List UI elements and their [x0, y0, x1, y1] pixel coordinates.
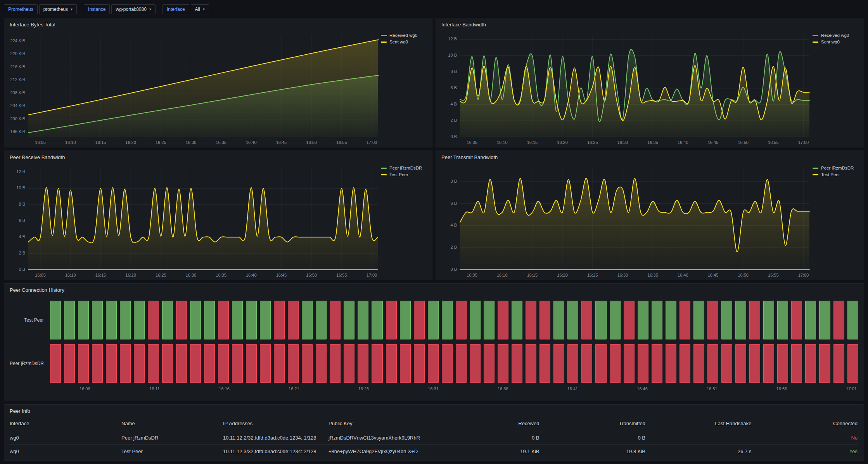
- cell-transmitted: 19.8 KiB: [540, 448, 647, 454]
- timeline-bar-connected: [204, 301, 215, 339]
- legend-item-test-peer[interactable]: Test Peer: [381, 172, 428, 177]
- x-tick-label: 16:50: [306, 273, 317, 277]
- column-header-public-key[interactable]: Public Key: [329, 421, 434, 426]
- legend-item-received-wg0[interactable]: Received wg0: [813, 33, 860, 38]
- timeseries-chart[interactable]: 0 B2 B4 B6 B8 B16:0516:1016:1516:2016:25…: [436, 163, 813, 280]
- x-tick-label: 16:50: [306, 140, 317, 145]
- timeline-bar-disconnected: [526, 344, 536, 383]
- timeline-bar-connected: [638, 301, 648, 339]
- timeline-bar-connected: [470, 301, 481, 339]
- timeline-bar-disconnected: [539, 344, 550, 383]
- timeline-bar-disconnected: [763, 344, 774, 383]
- timeseries-plot-area[interactable]: 0 B2 B4 B6 B8 B16:0516:1016:1516:2016:25…: [436, 163, 813, 280]
- column-header-received[interactable]: Received: [434, 421, 540, 426]
- legend-series-swatch: [381, 35, 387, 36]
- legend-series-label: Received wg0: [389, 33, 417, 38]
- column-header-last-handshake[interactable]: Last Handshake: [646, 421, 752, 426]
- y-tick-label: 224 KiB: [10, 38, 25, 43]
- y-tick-label: 2 B: [450, 118, 457, 123]
- y-tick-label: 0 B: [450, 134, 457, 139]
- legend-series-swatch: [381, 42, 387, 43]
- column-header-interface[interactable]: Interface: [10, 421, 121, 426]
- timeline-bar-disconnected: [791, 344, 802, 383]
- x-tick-label: 16:25: [156, 140, 166, 145]
- timeline-bar-disconnected: [721, 344, 732, 383]
- panel-title[interactable]: Peer Connection History: [4, 284, 864, 295]
- timeline-bar-disconnected: [707, 301, 718, 339]
- timeline-bar-disconnected: [666, 344, 676, 383]
- x-tick-label: 16:45: [276, 140, 287, 145]
- legend-item-peer-jrzmdsdr[interactable]: Peer jRzmDsDR: [381, 166, 428, 170]
- timeline-bar-connected: [260, 301, 271, 339]
- timeseries-chart[interactable]: 196 KiB200 KiB204 KiB208 KiB212 KiB216 K…: [4, 30, 381, 147]
- timeline-bar-disconnected: [274, 344, 285, 383]
- timeline-bar-connected: [190, 301, 201, 339]
- timeline-bar-disconnected: [274, 301, 285, 339]
- timeline-bar-disconnected: [707, 344, 718, 383]
- x-tick-label: 16:30: [186, 273, 197, 277]
- chart-legend: Peer jRzmDsDRTest Peer: [813, 163, 864, 280]
- panel-title[interactable]: Peer Receive Bandwidth: [4, 151, 432, 163]
- x-tick-label: 16:05: [35, 140, 46, 145]
- legend-item-sent-wg0[interactable]: Sent wg0: [813, 40, 860, 44]
- column-header-ip-addresses[interactable]: IP Addresses: [223, 421, 329, 426]
- x-tick-label: 16:25: [587, 273, 598, 277]
- x-tick-label: 16:56: [776, 386, 787, 391]
- var-group-datasource: Prometheus prometheus ▾: [4, 4, 77, 14]
- timeline-bar-disconnected: [791, 301, 802, 339]
- legend-item-sent-wg0[interactable]: Sent wg0: [381, 40, 428, 44]
- timeseries-plot-area[interactable]: 0 B2 B4 B6 B8 B10 B12 B16:0516:1016:1516…: [4, 163, 381, 280]
- cell-interface: wg0: [10, 448, 121, 454]
- x-tick-label: 16:45: [708, 140, 719, 145]
- var-group-instance: Instance wg-portal:8080 ▾: [84, 4, 156, 14]
- panel-title[interactable]: Peer Transmit Bandwidth: [436, 151, 864, 163]
- dashboard-topbar: Prometheus prometheus ▾ Instance wg-port…: [4, 4, 864, 15]
- table-row: wg0Test Peer10.11.12.3/32,fdfd:d3ad:c0de…: [10, 444, 858, 458]
- cell-received: 19.1 KiB: [434, 448, 540, 454]
- legend-item-peer-jrzmdsdr[interactable]: Peer jRzmDsDR: [813, 166, 860, 170]
- timeline-bar-connected: [763, 301, 774, 339]
- timeline-bar-connected: [246, 301, 257, 339]
- cell-interface: wg0: [10, 435, 121, 441]
- timeline-bar-disconnected: [92, 344, 103, 383]
- legend-series-label: Test Peer: [821, 172, 840, 177]
- cell-ip-addresses: 10.11.12.3/32,fdfd:d3ad:c0de:1234::2/128: [223, 448, 329, 454]
- legend-series-label: Test Peer: [389, 172, 408, 177]
- column-header-name[interactable]: Name: [121, 421, 223, 426]
- timeline-bar-disconnected: [190, 344, 201, 383]
- timeline-bar-connected: [400, 301, 411, 339]
- var-dropdown-datasource[interactable]: prometheus ▾: [39, 4, 77, 14]
- timeseries-chart[interactable]: 0 B2 B4 B6 B8 B10 B12 B16:0516:1016:1516…: [4, 163, 381, 280]
- timeline-bar-connected: [372, 301, 382, 339]
- legend-item-received-wg0[interactable]: Received wg0: [381, 33, 428, 38]
- cell-name: Peer jRzmDsDR: [121, 435, 223, 441]
- x-tick-label: 16:55: [336, 140, 347, 145]
- timeline-bar-connected: [805, 301, 816, 339]
- column-header-connected[interactable]: Connected: [752, 421, 859, 426]
- timeline-bar-disconnected: [260, 344, 271, 383]
- legend-series-label: Peer jRzmDsDR: [389, 166, 422, 170]
- legend-series-swatch: [813, 174, 818, 175]
- timeline-bar-connected: [78, 301, 89, 339]
- legend-item-test-peer[interactable]: Test Peer: [813, 172, 860, 177]
- panel-title[interactable]: Peer Info: [4, 405, 864, 416]
- var-dropdown-interface[interactable]: All ▾: [191, 4, 209, 14]
- timeline-bar-connected: [232, 301, 243, 339]
- timeseries-chart[interactable]: 0 B2 B4 B6 B8 B10 B12 B16:0516:1016:1516…: [436, 30, 813, 147]
- column-header-transmitted[interactable]: Transmitted: [540, 421, 647, 426]
- timeseries-plot-area[interactable]: 196 KiB200 KiB204 KiB208 KiB212 KiB216 K…: [4, 30, 381, 147]
- y-tick-label: 200 KiB: [10, 116, 25, 121]
- timeline-bar-disconnected: [567, 344, 578, 383]
- x-tick-label: 17:00: [798, 273, 809, 277]
- timeline-bar-disconnected: [64, 344, 75, 383]
- timeline-bar-disconnected: [581, 344, 592, 383]
- timeline-bar-disconnected: [330, 301, 341, 339]
- chevron-down-icon: ▾: [149, 7, 151, 11]
- timeseries-plot-area[interactable]: 0 B2 B4 B6 B8 B10 B12 B16:0516:1016:1516…: [436, 30, 813, 147]
- panel-title[interactable]: Interface Bandwidth: [436, 18, 864, 30]
- panel-title[interactable]: Interface Bytes Total: [4, 18, 432, 30]
- timeline-bar-disconnected: [819, 344, 830, 383]
- var-dropdown-instance[interactable]: wg-portal:8080 ▾: [111, 4, 155, 14]
- x-tick-label: 16:15: [95, 140, 106, 145]
- timeline-bar-disconnected: [204, 344, 215, 383]
